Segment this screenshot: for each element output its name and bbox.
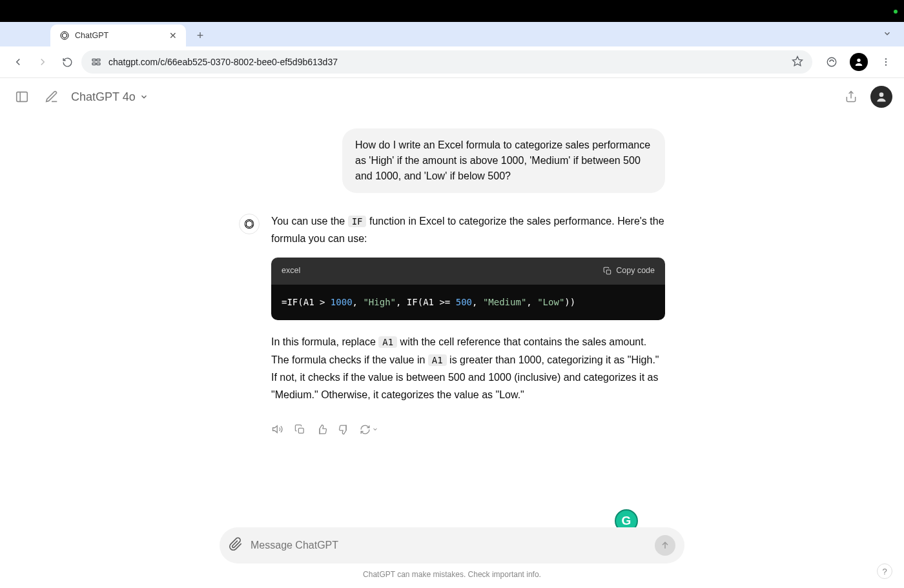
code-number: 1000 — [331, 297, 353, 307]
new-tab-button[interactable]: + — [191, 26, 209, 45]
svg-marker-5 — [793, 56, 803, 65]
code-language: excel — [282, 264, 300, 278]
reload-button[interactable] — [57, 52, 77, 72]
svg-rect-16 — [606, 270, 610, 274]
code-segment: , IF(A1 >= — [396, 297, 456, 307]
chevron-down-icon — [139, 92, 149, 101]
footer-note: ChatGPT can make mistakes. Check importa… — [363, 570, 541, 579]
svg-rect-11 — [17, 92, 28, 102]
app-header: ChatGPT 4o — [0, 78, 904, 116]
svg-rect-1 — [92, 59, 96, 61]
copy-icon — [603, 267, 612, 276]
browser-tab[interactable]: ChatGPT ✕ — [50, 25, 186, 46]
svg-point-9 — [885, 61, 887, 63]
forward-button[interactable] — [32, 52, 53, 72]
code-segment: , — [353, 297, 364, 307]
model-name: ChatGPT 4o — [71, 90, 136, 104]
svg-rect-3 — [92, 63, 96, 65]
sidebar-toggle-icon[interactable] — [12, 86, 32, 107]
assistant-content: You can use the IF function in Excel to … — [271, 212, 665, 414]
code-string: "Low" — [537, 297, 564, 307]
code-segment: , — [526, 297, 537, 307]
chrome-profile-avatar[interactable] — [850, 53, 868, 71]
composer — [220, 527, 684, 563]
inline-code: A1 — [428, 354, 447, 366]
attach-icon[interactable] — [229, 537, 243, 554]
svg-point-7 — [857, 59, 860, 62]
thumbs-down-icon[interactable] — [337, 423, 350, 436]
inline-code: A1 — [378, 336, 397, 348]
composer-wrapper: G — [220, 527, 684, 563]
user-avatar[interactable] — [870, 86, 892, 108]
svg-rect-18 — [298, 428, 303, 433]
tab-title: ChatGPT — [75, 31, 164, 40]
code-number: 500 — [456, 297, 472, 307]
text-segment: You can use the — [271, 216, 348, 227]
copy-code-button[interactable]: Copy code — [603, 264, 655, 278]
close-tab-icon[interactable]: ✕ — [169, 30, 177, 41]
site-settings-icon[interactable] — [90, 56, 102, 68]
chatgpt-favicon-icon — [59, 30, 70, 41]
tabs-dropdown-icon[interactable] — [879, 26, 895, 41]
chrome-menu-icon[interactable] — [876, 52, 896, 72]
copy-code-label: Copy code — [616, 264, 655, 278]
inline-code: IF — [348, 216, 367, 227]
share-icon[interactable] — [841, 86, 861, 107]
tab-strip: ChatGPT ✕ + — [0, 22, 904, 46]
svg-point-14 — [879, 92, 884, 97]
code-header: excel Copy code — [271, 258, 665, 284]
assistant-text: In this formula, replace A1 with the cel… — [271, 333, 665, 403]
svg-point-10 — [885, 64, 887, 65]
svg-rect-4 — [97, 63, 100, 65]
grammarly-letter: G — [622, 514, 632, 528]
assistant-message: You can use the IF function in Excel to … — [239, 212, 665, 414]
svg-rect-2 — [97, 59, 100, 61]
code-segment: , — [472, 297, 483, 307]
help-button[interactable]: ? — [877, 563, 892, 579]
star-icon[interactable] — [792, 56, 803, 69]
extension-icon[interactable] — [821, 52, 842, 72]
regenerate-icon[interactable] — [359, 423, 378, 436]
svg-point-6 — [827, 57, 836, 66]
browser-actions — [821, 52, 896, 72]
user-message-text: How do I write an Excel formula to categ… — [342, 128, 665, 193]
conversation: How do I write an Excel formula to categ… — [220, 116, 684, 436]
address-bar[interactable]: chatgpt.com/c/66eab525-0370-8002-bee0-ef… — [81, 50, 812, 74]
code-block: excel Copy code =IF(A1 > 1000, "High", I… — [271, 258, 665, 320]
thumbs-up-icon[interactable] — [315, 423, 328, 436]
read-aloud-icon[interactable] — [271, 423, 284, 436]
back-button[interactable] — [8, 52, 28, 72]
send-button[interactable] — [655, 535, 675, 556]
message-actions — [271, 423, 665, 436]
new-chat-icon[interactable] — [41, 86, 62, 107]
message-input[interactable] — [251, 540, 647, 551]
code-string: "High" — [363, 297, 396, 307]
user-message: How do I write an Excel formula to categ… — [239, 128, 665, 193]
browser-chrome: ChatGPT ✕ + chatgpt.com/c/66eab525-0370-… — [0, 22, 904, 78]
chatgpt-avatar-icon — [239, 214, 260, 234]
code-segment: =IF(A1 > — [282, 297, 331, 307]
os-menu-bar — [0, 0, 904, 22]
url-text: chatgpt.com/c/66eab525-0370-8002-bee0-ef… — [108, 57, 785, 67]
code-string: "Medium" — [483, 297, 526, 307]
copy-message-icon[interactable] — [293, 423, 306, 436]
model-switcher[interactable]: ChatGPT 4o — [71, 90, 149, 104]
svg-marker-17 — [273, 426, 278, 433]
help-label: ? — [882, 567, 887, 576]
code-content: =IF(A1 > 1000, "High", IF(A1 >= 500, "Me… — [271, 285, 665, 321]
code-segment: )) — [564, 297, 575, 307]
svg-point-8 — [885, 58, 887, 59]
toolbar: chatgpt.com/c/66eab525-0370-8002-bee0-ef… — [0, 46, 904, 78]
assistant-text: You can use the IF function in Excel to … — [271, 212, 665, 247]
text-segment: In this formula, replace — [271, 336, 378, 347]
